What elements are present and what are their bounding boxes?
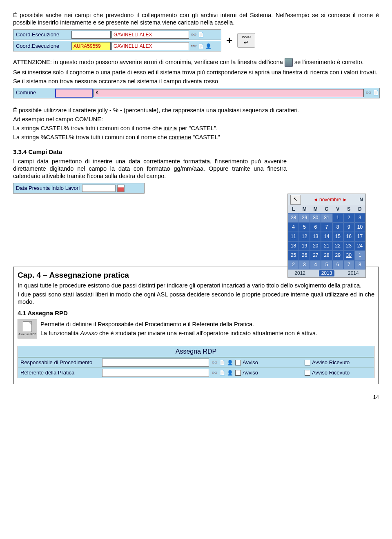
coord-name-2[interactable]: GAVINELLI ALEX — [111, 42, 189, 50]
avviso-ricevuto-checkbox[interactable] — [305, 360, 310, 365]
cal-day[interactable]: 3 — [299, 260, 310, 270]
sec41-p2: La funzionalità Avviso che è studiata pe… — [40, 330, 374, 337]
cal-day-header: S — [343, 205, 354, 213]
cal-day[interactable]: 20 — [310, 241, 321, 251]
cal-year[interactable]: 2012 — [294, 270, 305, 276]
comune-value[interactable]: K — [94, 89, 364, 97]
cap4-p1: In quasi tutte le procedure esistono due… — [18, 282, 374, 289]
cal-day[interactable]: 8 — [332, 223, 343, 232]
assegna-row-label: Referente della Pratica — [18, 370, 102, 376]
cal-year[interactable]: 2014 — [348, 270, 359, 276]
cal-day[interactable]: 21 — [321, 241, 332, 251]
cal-day[interactable]: 5 — [299, 223, 310, 232]
cal-day[interactable]: 13 — [310, 232, 321, 241]
cal-day[interactable]: 2 — [288, 260, 299, 270]
cal-day[interactable]: 26 — [299, 251, 310, 260]
avviso-checkbox[interactable] — [235, 360, 241, 365]
coord-code-2[interactable]: AURA59559 — [71, 42, 111, 50]
calendar-popup[interactable]: ◄ novembre ►NLMMGVSD28293031123456789101… — [287, 194, 366, 278]
cal-day[interactable]: 27 — [310, 251, 321, 260]
cal-day[interactable]: 23 — [343, 241, 354, 251]
cal-day[interactable]: 1 — [332, 213, 343, 223]
cal-day[interactable]: 17 — [354, 232, 365, 241]
cal-day[interactable]: 30 — [343, 251, 354, 260]
enter-label: INVIO — [242, 35, 251, 39]
binoculars-icon[interactable]: 👓 — [190, 31, 197, 38]
new-page-icon[interactable]: 📄 — [198, 31, 204, 38]
sec41-title: 4.1 Assegna RPD — [18, 310, 374, 317]
person-info-icon[interactable]: 👤 — [205, 43, 212, 49]
cal-day[interactable]: 5 — [321, 260, 332, 270]
sec-334-body: I campi data permettono di inserire una … — [13, 158, 287, 180]
new-page-icon[interactable]: 📄 — [372, 90, 379, 96]
assegna-row: Responsabile di Procedimento👓📄👤AvvisoAvv… — [18, 357, 374, 368]
cal-day[interactable]: 10 — [354, 223, 365, 232]
cal-day[interactable]: 2 — [343, 213, 354, 223]
avviso-ricevuto-checkbox[interactable] — [305, 370, 310, 376]
cal-day[interactable]: 14 — [321, 232, 332, 241]
avviso-checkbox[interactable] — [235, 370, 241, 376]
coord-name-1[interactable]: GAVINELLI ALEX — [111, 31, 189, 39]
cal-day[interactable]: 7 — [321, 223, 332, 232]
binoculars-icon[interactable]: 👓 — [211, 370, 218, 376]
cal-day[interactable]: 11 — [288, 232, 299, 241]
calendar-cursor-icon — [290, 195, 301, 205]
cal-day[interactable]: 7 — [343, 260, 354, 270]
cal-day[interactable]: 28 — [288, 213, 299, 223]
new-page-icon[interactable]: 📄 — [219, 370, 225, 376]
cal-day[interactable]: 3 — [354, 213, 365, 223]
person-info-icon[interactable]: 👤 — [227, 359, 233, 366]
assegna-input[interactable] — [102, 359, 209, 367]
cal-day[interactable]: 4 — [288, 223, 299, 232]
cal-day-header: D — [354, 205, 365, 213]
new-page-icon[interactable]: 📄 — [198, 43, 204, 49]
date-input[interactable] — [82, 185, 116, 192]
binoculars-icon[interactable]: 👓 — [190, 43, 197, 49]
cal-day-header: M — [299, 205, 310, 213]
cal-day[interactable]: 15 — [332, 232, 343, 241]
person-info-icon[interactable]: 👤 — [227, 370, 233, 376]
new-page-icon[interactable]: 📄 — [219, 359, 225, 366]
jolly-p1: È possibile utilizzare il carattere joll… — [13, 107, 379, 114]
cal-day[interactable]: 30 — [310, 213, 321, 223]
cal-day[interactable]: 16 — [343, 232, 354, 241]
comune-label: Comune — [13, 89, 55, 96]
cal-day[interactable]: 1 — [354, 251, 365, 260]
cal-day-header: V — [332, 205, 343, 213]
cal-day[interactable]: 6 — [332, 260, 343, 270]
cal-day-header: L — [288, 205, 299, 213]
jolly-underline-inizia: inizia — [163, 125, 177, 131]
cal-day[interactable]: 29 — [299, 213, 310, 223]
binoculars-icon[interactable]: 👓 — [365, 90, 372, 96]
cal-day[interactable]: 22 — [332, 241, 343, 251]
cal-day[interactable]: 28 — [321, 251, 332, 260]
date-field: Data Presunta Inizio Lavori — [13, 183, 145, 194]
cal-day[interactable]: 9 — [343, 223, 354, 232]
attenzione-p3: Se il sistema non trova nessuna occorenz… — [13, 78, 379, 85]
cal-day[interactable]: 25 — [288, 251, 299, 260]
coord-label-2: Coord.Esecuzione — [13, 43, 71, 49]
cal-day[interactable]: 19 — [299, 241, 310, 251]
cal-day[interactable]: 4 — [310, 260, 321, 270]
person-info-icon-inline — [285, 58, 293, 67]
comune-code[interactable] — [55, 89, 93, 98]
calendar-icon[interactable] — [117, 185, 125, 192]
coord-stack: Coord.Esecuzione GAVINELLI ALEX 👓 📄 Coor… — [13, 29, 221, 51]
jolly-underline-contiene: contiene — [169, 134, 191, 140]
avviso-ricevuto-label: Avviso Ricevuto — [312, 359, 350, 366]
cal-day[interactable]: 12 — [299, 232, 310, 241]
cal-day[interactable]: 18 — [288, 241, 299, 251]
assegna-rdp-icon[interactable]: Assegna RDP — [18, 319, 37, 339]
cal-year-selected[interactable]: 2013 — [319, 270, 335, 276]
coord-code-1[interactable] — [71, 31, 111, 39]
coord-row-2: Coord.Esecuzione AURA59559 GAVINELLI ALE… — [13, 41, 221, 51]
comune-row: Comune K 👓 📄 — [13, 88, 380, 98]
cal-day[interactable]: 29 — [332, 251, 343, 260]
cal-day-header: M — [310, 205, 321, 213]
assegna-input[interactable] — [102, 369, 209, 377]
binoculars-icon[interactable]: 👓 — [211, 359, 218, 366]
cal-day[interactable]: 24 — [354, 241, 365, 251]
cal-day[interactable]: 8 — [354, 260, 365, 270]
cal-day[interactable]: 31 — [321, 213, 332, 223]
cal-day[interactable]: 6 — [310, 223, 321, 232]
